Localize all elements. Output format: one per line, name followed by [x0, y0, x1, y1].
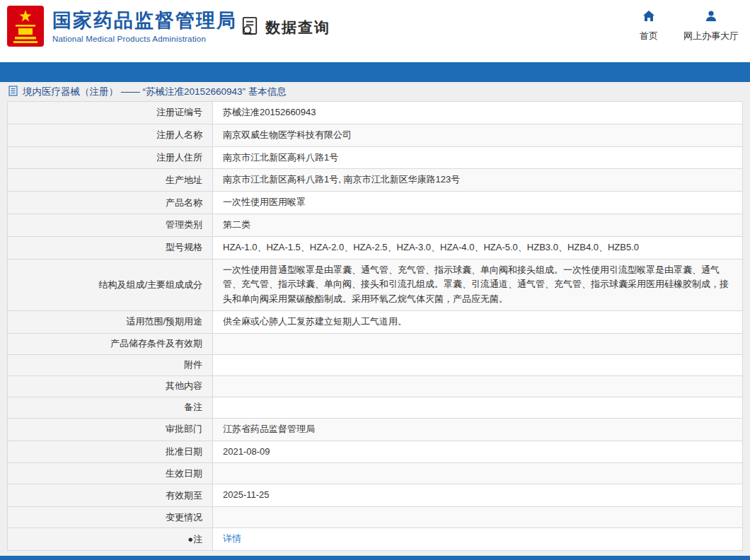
table-row: 批准日期2021-08-09 [8, 441, 743, 463]
table-row: 其他内容 [8, 375, 743, 397]
row-value [213, 507, 743, 528]
site-title: 国家药品监督管理局 [52, 10, 237, 32]
table-row: 管理类别第二类 [8, 214, 743, 236]
national-emblem-icon [7, 6, 44, 47]
row-label: 有效期至 [8, 484, 213, 507]
row-value: HZA-1.0、HZA-1.5、HZA-2.0、HZA-2.5、HZA-3.0、… [213, 236, 743, 259]
row-label: 注册人名称 [8, 124, 213, 146]
row-label: 注册人住所 [8, 146, 213, 169]
registration-table-wrap: 注册证编号苏械注准20152660943注册人名称南京双威生物医学科技有限公司注… [7, 101, 743, 551]
row-label: 产品储存条件及有效期 [8, 333, 213, 354]
nav-home-label: 首页 [640, 30, 658, 42]
table-row: 注册证编号苏械注准20152660943 [8, 102, 743, 124]
data-query-icon [239, 16, 260, 40]
row-value [213, 463, 743, 484]
table-row: 型号规格HZA-1.0、HZA-1.5、HZA-2.0、HZA-2.5、HZA-… [8, 236, 743, 259]
site-subtitle: National Medical Products Administration [52, 35, 237, 43]
row-label: ●注 [8, 528, 213, 551]
row-label: 批准日期 [8, 441, 213, 463]
row-value [213, 375, 743, 397]
row-value [213, 397, 743, 418]
details-link[interactable]: 详情 [223, 533, 241, 544]
table-row: ●注详情 [8, 528, 743, 551]
footer-bar [0, 556, 750, 560]
breadcrumb-text: 境内医疗器械（注册） —— “苏械注准20152660943” 基本信息 [23, 86, 287, 98]
nav-home[interactable]: 首页 [640, 9, 658, 42]
table-row: 注册人名称南京双威生物医学科技有限公司 [8, 124, 743, 146]
row-value: 2025-11-25 [213, 484, 743, 507]
row-value: 南京双威生物医学科技有限公司 [213, 124, 743, 146]
row-label: 生效日期 [8, 463, 213, 484]
row-label: 管理类别 [8, 214, 213, 236]
row-label: 型号规格 [8, 236, 213, 259]
logo-block: 国家药品监督管理局 National Medical Products Admi… [7, 6, 237, 47]
table-row: 附件 [8, 354, 743, 375]
data-query-heading: 数据查询 [239, 16, 330, 40]
row-label: 变更情况 [8, 507, 213, 528]
top-blue-bar [0, 62, 750, 82]
row-value: 一次性使用普通型喉罩是由罩囊、通气管、充气管、指示球囊、单向阀和接头组成。一次性… [213, 259, 743, 310]
table-row: 生效日期 [8, 463, 743, 484]
row-value: 一次性使用医用喉罩 [213, 192, 743, 214]
row-value [213, 354, 743, 375]
row-label: 备注 [8, 397, 213, 418]
header: 国家药品监督管理局 National Medical Products Admi… [0, 0, 750, 62]
table-row: 备注 [8, 397, 743, 418]
user-icon [704, 9, 718, 26]
row-label: 附件 [8, 354, 213, 375]
row-value: 供全麻或心肺人工复苏建立短期人工气道用。 [213, 310, 743, 333]
header-nav: 首页 网上办事大厅 [640, 9, 739, 42]
table-row: 适用范围/预期用途供全麻或心肺人工复苏建立短期人工气道用。 [8, 310, 743, 333]
table-row: 结构及组成/主要组成成分一次性使用普通型喉罩是由罩囊、通气管、充气管、指示球囊、… [8, 259, 743, 310]
breadcrumb: 境内医疗器械（注册） —— “苏械注准20152660943” 基本信息 [0, 82, 750, 101]
row-value: 苏械注准20152660943 [213, 102, 743, 124]
row-label: 结构及组成/主要组成成分 [8, 259, 213, 310]
row-value [213, 333, 743, 354]
table-row: 有效期至2025-11-25 [8, 484, 743, 507]
row-label: 审批部门 [8, 418, 213, 441]
row-value: 2021-08-09 [213, 441, 743, 463]
table-row: 产品名称一次性使用医用喉罩 [8, 192, 743, 214]
document-icon [8, 86, 18, 98]
table-body: 注册证编号苏械注准20152660943注册人名称南京双威生物医学科技有限公司注… [8, 102, 743, 551]
site-title-block: 国家药品监督管理局 National Medical Products Admi… [52, 6, 237, 43]
table-row: 审批部门江苏省药品监督管理局 [8, 418, 743, 441]
home-icon [642, 9, 656, 26]
registration-table: 注册证编号苏械注准20152660943注册人名称南京双威生物医学科技有限公司注… [7, 101, 743, 551]
row-value: 江苏省药品监督管理局 [213, 418, 743, 441]
row-value: 详情 [213, 528, 743, 551]
table-row: 变更情况 [8, 507, 743, 528]
row-value: 南京市江北新区高科八路1号 [213, 146, 743, 169]
row-label: 生产地址 [8, 169, 213, 192]
row-label: 注册证编号 [8, 102, 213, 124]
row-value: 南京市江北新区高科八路1号, 南京市江北新区华康路123号 [213, 169, 743, 192]
row-label: 产品名称 [8, 192, 213, 214]
data-query-label: 数据查询 [265, 18, 330, 37]
row-label: 其他内容 [8, 375, 213, 397]
table-row: 注册人住所南京市江北新区高科八路1号 [8, 146, 743, 169]
row-value: 第二类 [213, 214, 743, 236]
nav-service-hall-label: 网上办事大厅 [683, 30, 739, 42]
table-row: 产品储存条件及有效期 [8, 333, 743, 354]
row-label: 适用范围/预期用途 [8, 310, 213, 333]
table-row: 生产地址南京市江北新区高科八路1号, 南京市江北新区华康路123号 [8, 169, 743, 192]
nav-service-hall[interactable]: 网上办事大厅 [683, 9, 739, 42]
